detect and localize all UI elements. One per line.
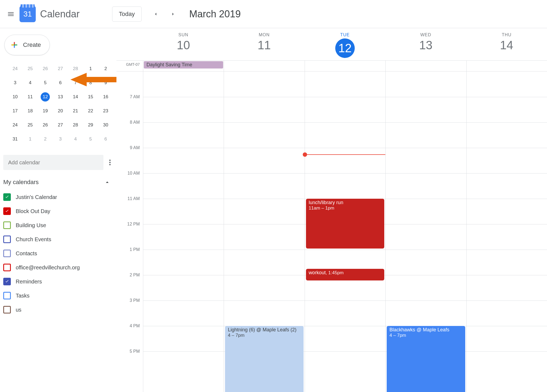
mini-cal-day[interactable]: 30 (98, 118, 113, 132)
mini-cal-day[interactable]: 18 (23, 104, 38, 118)
mini-cal-day[interactable]: 20 (53, 104, 68, 118)
day-column-header[interactable]: WED13 (385, 28, 466, 60)
mini-cal-day[interactable]: 27 (53, 62, 68, 76)
mini-cal-day[interactable]: 13 (53, 90, 68, 104)
hour-label: 9 AM (116, 145, 143, 171)
add-calendar-overflow-button[interactable] (103, 159, 116, 166)
day-column-header[interactable]: SUN10 (143, 28, 224, 60)
mini-cal-day[interactable]: 14 (68, 90, 83, 104)
calendar-event[interactable]: lunch/library run11am – 1pm (306, 199, 384, 249)
mini-cal-day[interactable]: 23 (98, 104, 113, 118)
mini-cal-day[interactable]: 28 (68, 118, 83, 132)
mini-cal-day[interactable]: 4 (23, 76, 38, 90)
grid-day-column[interactable] (143, 71, 224, 392)
calendar-list-item[interactable]: Building Use (2, 218, 116, 232)
mini-cal-day[interactable]: 26 (38, 62, 53, 76)
next-week-button[interactable] (165, 6, 181, 22)
mini-cal-day[interactable]: 6 (98, 132, 113, 146)
calendar-label: office@reedvillechurch.org (16, 264, 80, 271)
mini-cal-day[interactable]: 29 (83, 118, 98, 132)
day-column-header[interactable]: MON11 (224, 28, 304, 60)
today-button[interactable]: Today (112, 6, 142, 22)
calendar-checkbox[interactable] (3, 221, 11, 229)
mini-cal-day[interactable]: 12 (38, 90, 53, 104)
calendar-event[interactable]: Blackhawks @ Maple Leafs4 – 7pm (387, 326, 465, 392)
hour-gridline (305, 250, 385, 250)
hour-label: 8 AM (116, 120, 143, 145)
calendar-event[interactable]: Lightning (6) @ Maple Leafs (2)4 – 7pm (225, 326, 303, 392)
prev-week-button[interactable] (148, 6, 163, 22)
calendar-list-item[interactable]: Justin's Calendar (2, 190, 116, 204)
mini-cal-day[interactable]: 10 (8, 90, 23, 104)
hour-gridline (143, 97, 224, 97)
mini-cal-day[interactable]: 5 (83, 132, 98, 146)
allday-cell[interactable] (385, 61, 466, 71)
calendar-label: us (16, 307, 21, 313)
calendar-list-item[interactable]: Contacts (2, 246, 116, 260)
calendar-list-item[interactable]: Tasks (2, 289, 116, 303)
mini-cal-day[interactable]: 6 (53, 76, 68, 90)
mini-cal-day[interactable]: 17 (8, 104, 23, 118)
mini-cal-day[interactable]: 2 (98, 62, 113, 76)
mini-cal-day[interactable]: 8 (83, 76, 98, 90)
mini-cal-day[interactable]: 24 (8, 118, 23, 132)
grid-day-column[interactable]: Blackhawks @ Maple Leafs4 – 7pm (385, 71, 466, 392)
grid-day-column[interactable]: Lightning (6) @ Maple Leafs (2)4 – 7pm (224, 71, 304, 392)
mini-cal-day[interactable]: 4 (68, 132, 83, 146)
calendar-checkbox[interactable] (3, 278, 11, 285)
mini-cal-day[interactable]: 25 (23, 118, 38, 132)
mini-cal-day[interactable]: 31 (8, 132, 23, 146)
grid-day-column[interactable] (466, 71, 547, 392)
mini-cal-day[interactable]: 3 (8, 76, 23, 90)
allday-cell[interactable] (466, 61, 547, 71)
mini-cal-day[interactable]: 3 (53, 132, 68, 146)
calendar-list-item[interactable]: Church Events (2, 232, 116, 246)
calendar-checkbox[interactable] (3, 250, 11, 257)
mini-cal-day[interactable]: 5 (38, 76, 53, 90)
calendar-event[interactable]: workout, 1:45pm (306, 269, 384, 280)
chevron-left-icon (153, 11, 158, 17)
grid-day-column[interactable]: lunch/library run11am – 1pmworkout, 1:45… (305, 71, 385, 392)
mini-cal-day[interactable]: 7 (68, 76, 83, 90)
mini-cal-day[interactable]: 28 (68, 62, 83, 76)
create-button[interactable]: Create (4, 35, 50, 55)
my-calendars-toggle[interactable]: My calendars (2, 177, 116, 188)
mini-calendar[interactable]: 2425262728123456789101112131415161718192… (8, 62, 113, 146)
mini-cal-day[interactable]: 22 (83, 104, 98, 118)
allday-cell[interactable]: Daylight Saving Time (143, 61, 224, 71)
mini-cal-day[interactable]: 2 (38, 132, 53, 146)
day-column-header[interactable]: TUE12 (305, 28, 385, 60)
mini-cal-day[interactable]: 16 (98, 90, 113, 104)
calendar-checkbox[interactable] (3, 264, 11, 271)
mini-cal-day[interactable]: 1 (83, 62, 98, 76)
hour-gridline (143, 326, 224, 326)
mini-cal-day[interactable]: 11 (23, 90, 38, 104)
allday-cell[interactable] (305, 61, 385, 71)
add-calendar-input[interactable] (3, 155, 103, 170)
calendar-checkbox[interactable] (3, 306, 11, 313)
mini-cal-day[interactable]: 15 (83, 90, 98, 104)
calendar-checkbox[interactable] (3, 193, 11, 201)
calendar-checkbox[interactable] (3, 207, 11, 215)
mini-cal-day[interactable]: 27 (53, 118, 68, 132)
hour-gridline (224, 199, 304, 199)
mini-cal-day[interactable]: 25 (23, 62, 38, 76)
calendar-list-item[interactable]: Reminders (2, 275, 116, 289)
mini-cal-day[interactable]: 21 (68, 104, 83, 118)
calendar-list-item[interactable]: office@reedvillechurch.org (2, 260, 116, 275)
mini-cal-day[interactable]: 1 (23, 132, 38, 146)
calendar-checkbox[interactable] (3, 292, 11, 299)
menu-button[interactable] (4, 8, 17, 21)
allday-cell[interactable] (224, 61, 304, 71)
mini-cal-day[interactable]: 26 (38, 118, 53, 132)
hour-gridline (467, 275, 547, 275)
hour-gridline (143, 300, 224, 301)
calendar-checkbox[interactable] (3, 236, 11, 243)
mini-cal-day[interactable]: 19 (38, 104, 53, 118)
mini-cal-day[interactable]: 9 (98, 76, 113, 90)
day-column-header[interactable]: THU14 (466, 28, 547, 60)
calendar-list-item[interactable]: Block Out Day (2, 204, 116, 218)
calendar-list-item[interactable]: us (2, 303, 116, 317)
allday-event[interactable]: Daylight Saving Time (144, 61, 223, 68)
mini-cal-day[interactable]: 24 (8, 62, 23, 76)
